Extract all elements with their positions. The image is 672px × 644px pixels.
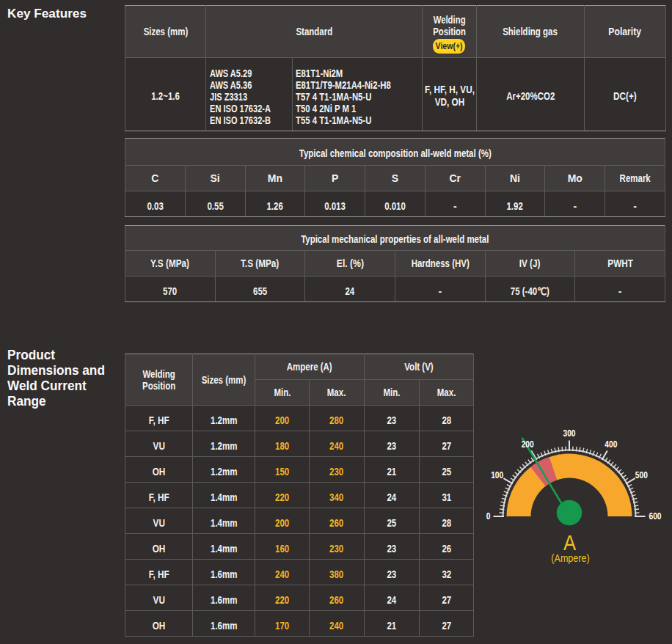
svg-text:500: 500	[635, 470, 648, 480]
svg-text:300: 300	[563, 428, 575, 438]
svg-text:400: 400	[605, 439, 617, 449]
svg-text:600: 600	[649, 511, 661, 521]
svg-text:100: 100	[491, 470, 503, 480]
svg-text:200: 200	[522, 439, 534, 449]
svg-text:0: 0	[486, 511, 491, 521]
svg-text:(Ampere): (Ampere)	[551, 552, 589, 565]
